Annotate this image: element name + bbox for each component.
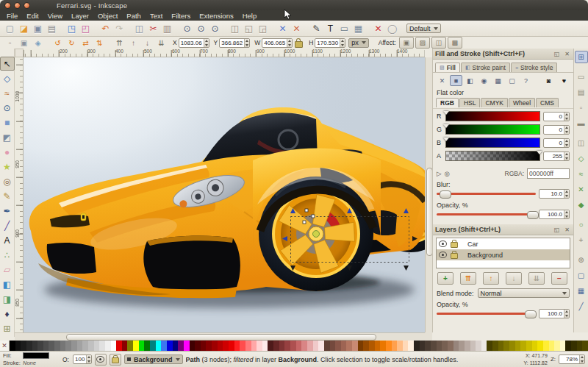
command-icon[interactable]: ⊙: [180, 22, 194, 35]
layer-action-button[interactable]: ↓: [506, 272, 522, 285]
palette-swatch[interactable]: [139, 341, 145, 351]
palette-swatch[interactable]: [21, 341, 26, 351]
command-icon[interactable]: ▭: [337, 22, 351, 35]
palette-swatch[interactable]: [307, 341, 313, 351]
palette-swatch[interactable]: [352, 341, 358, 351]
palette-swatch[interactable]: [437, 341, 442, 351]
palette-swatch[interactable]: [43, 341, 49, 351]
palette-swatch[interactable]: [251, 341, 257, 351]
palette-swatch[interactable]: [543, 341, 549, 351]
layer-opacity-slider-handle[interactable]: [525, 310, 537, 318]
palette-swatch[interactable]: [201, 341, 207, 351]
lock-ratio-icon[interactable]: [295, 41, 303, 48]
command-icon[interactable]: [270, 22, 276, 35]
palette-swatch[interactable]: [156, 341, 162, 351]
tool-button[interactable]: ◩: [0, 130, 15, 144]
blend-mode-dropdown[interactable]: Normal: [478, 288, 570, 298]
channel-input[interactable]: 0: [543, 138, 570, 148]
units-dropdown[interactable]: px: [348, 38, 369, 48]
style-preset-dropdown[interactable]: Default: [406, 24, 441, 33]
palette-swatch[interactable]: [26, 341, 32, 351]
width-input[interactable]: 406.065: [262, 38, 293, 48]
palette-swatch[interactable]: [503, 341, 509, 351]
color-space-tab[interactable]: CMYK: [481, 98, 508, 107]
palette-swatch[interactable]: [380, 341, 386, 351]
channel-slider[interactable]: [445, 111, 540, 121]
color-managed-icon[interactable]: ▷: [437, 170, 442, 177]
layer-lock-icon[interactable]: [451, 253, 458, 259]
layer-action-button[interactable]: −: [551, 272, 567, 285]
tool-button[interactable]: ◇: [0, 71, 15, 85]
y-input[interactable]: 366.862: [219, 38, 250, 48]
palette-swatch[interactable]: [240, 341, 245, 351]
palette-swatch[interactable]: [184, 341, 190, 351]
tool-button[interactable]: ●: [0, 145, 15, 159]
palette-swatch[interactable]: [414, 341, 420, 351]
affect-toggle-button[interactable]: ▣: [399, 37, 414, 49]
color-space-tab[interactable]: CMS: [536, 98, 559, 107]
command-icon[interactable]: ◫: [228, 22, 242, 35]
menu-item[interactable]: Edit: [23, 11, 42, 21]
palette-swatch[interactable]: [313, 341, 319, 351]
height-input[interactable]: 170.530: [315, 38, 345, 48]
snap-toggle-button[interactable]: ○: [575, 218, 588, 231]
palette-swatch[interactable]: [144, 341, 150, 351]
tool-option-icon[interactable]: ▫: [3, 37, 17, 49]
tool-option-icon[interactable]: ↺: [51, 37, 65, 49]
palette-swatch[interactable]: [392, 341, 398, 351]
palette-swatch[interactable]: [161, 341, 167, 351]
palette-swatch[interactable]: [178, 341, 184, 351]
palette-swatch[interactable]: [509, 341, 515, 351]
palette-swatch[interactable]: [448, 341, 453, 351]
command-icon[interactable]: [174, 22, 180, 35]
dock-toggle-icon[interactable]: ◱: [553, 51, 562, 57]
palette-swatch[interactable]: [369, 341, 375, 351]
layer-lock-icon[interactable]: [451, 242, 458, 248]
tool-option-icon[interactable]: ↓: [140, 37, 154, 49]
menu-item[interactable]: Layer: [68, 11, 93, 21]
snap-toggle-button[interactable]: ◇: [575, 152, 588, 165]
palette-swatch[interactable]: [296, 341, 302, 351]
command-icon[interactable]: ◪: [17, 22, 31, 35]
tool-option-icon[interactable]: ▣: [17, 37, 31, 49]
car-illustration[interactable]: [24, 57, 425, 332]
maximize-window-icon[interactable]: [24, 2, 30, 9]
command-icon[interactable]: [59, 22, 65, 35]
palette-swatch[interactable]: [582, 341, 588, 351]
layer-action-button[interactable]: ↑: [483, 272, 499, 285]
palette-swatch[interactable]: [560, 341, 566, 351]
command-icon[interactable]: [304, 22, 309, 35]
palette-swatch[interactable]: [54, 341, 60, 351]
palette-swatch[interactable]: [492, 341, 498, 351]
fill-stroke-tab[interactable]: ◧ Stroke paint: [461, 63, 510, 72]
palette-swatch[interactable]: [465, 341, 470, 351]
no-color-swatch[interactable]: ✕: [0, 341, 10, 351]
zoom-input[interactable]: 78%: [559, 354, 585, 364]
palette-swatch[interactable]: [386, 341, 392, 351]
palette-swatch[interactable]: [403, 341, 409, 351]
layer-action-button[interactable]: +: [437, 272, 453, 285]
fill-stroke-tab[interactable]: ≡ Stroke style: [511, 63, 558, 72]
palette-swatch[interactable]: [554, 341, 560, 351]
fill-stroke-header[interactable]: Fill and Stroke (Shift+Ctrl+F) ◱ ✕: [433, 49, 573, 60]
palette-swatch[interactable]: [273, 341, 279, 351]
layer-visibility-icon[interactable]: [439, 240, 447, 247]
palette-swatch[interactable]: [173, 341, 179, 351]
command-icon[interactable]: [93, 22, 98, 35]
paint-type-button[interactable]: ▦: [492, 75, 504, 86]
dock-toggle-icon[interactable]: ◱: [553, 227, 562, 233]
palette-swatch[interactable]: [420, 341, 426, 351]
palette-swatch[interactable]: [453, 341, 459, 351]
rgba-input[interactable]: 000000ff: [527, 168, 570, 179]
palette-swatch[interactable]: [324, 341, 330, 351]
layer-visibility-icon[interactable]: [439, 252, 447, 258]
palette-swatch[interactable]: [234, 341, 240, 351]
horizontal-ruler[interactable]: 2003004005006007008009001000110012001300…: [24, 49, 425, 57]
palette-swatch[interactable]: [346, 341, 352, 351]
tool-button[interactable]: ◎: [0, 174, 15, 188]
palette-swatch[interactable]: [476, 341, 481, 351]
snap-toggle-button[interactable]: ✕: [575, 183, 588, 196]
palette-swatch[interactable]: [363, 341, 369, 351]
palette-swatch[interactable]: [425, 341, 431, 351]
paint-type-button[interactable]: ◉: [478, 75, 490, 86]
